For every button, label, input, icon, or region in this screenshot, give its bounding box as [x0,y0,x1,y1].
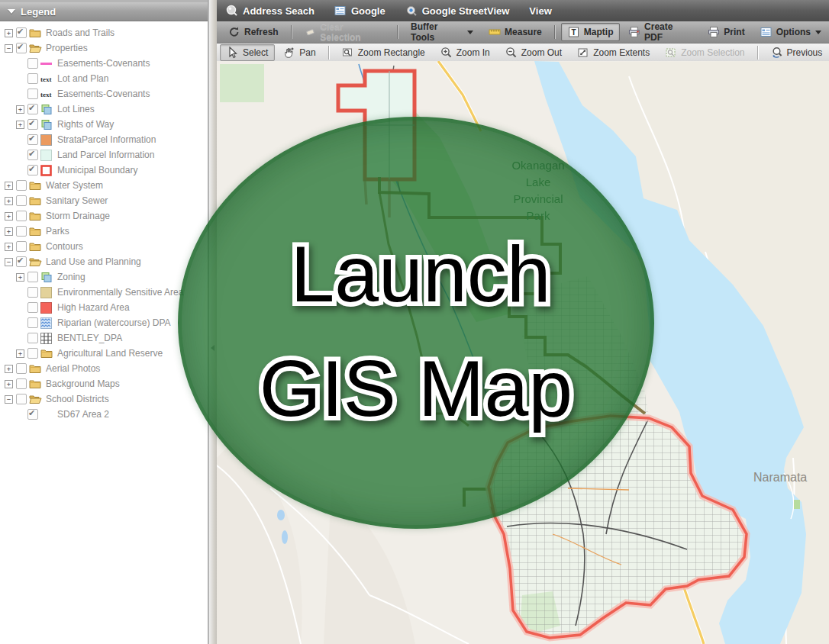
search-ball-icon [226,5,238,17]
layer-row-aerial-photos[interactable]: + Aerial Photos [0,361,208,376]
layer-row-water-system[interactable]: + Water System [0,178,208,193]
layer-label: Easements-Covenants [56,89,150,99]
expand-icon[interactable]: + [5,182,13,190]
zoom-rectangle-button[interactable]: Zoom Rectangle [335,44,432,61]
overlay-line1: Launch [290,230,550,318]
layer-group-icon [40,272,53,283]
layer-label: Background Maps [45,378,120,389]
layer-row-environmentally-sensitive-area[interactable]: Environmentally Sensitive Area [0,285,208,300]
layer-checkbox[interactable] [16,256,27,267]
cyan-swatch-icon [40,150,52,161]
layer-row-riparian-watercourse-dpa[interactable]: Riparian (watercourse) DPA [0,315,208,330]
layer-row-lot-lines[interactable]: + Lot Lines [0,101,208,117]
layer-checkbox[interactable] [27,409,38,420]
menu-google-streetview[interactable]: Google StreetView [401,3,514,18]
streetview-icon [405,5,418,17]
layer-row-easements-covenants[interactable]: text Easements-Covenants [0,86,208,101]
layer-checkbox[interactable] [27,333,38,343]
layer-row-municipal-boundary[interactable]: Municipal Boundary [0,163,208,178]
layer-checkbox[interactable] [16,226,27,237]
menu-google[interactable]: Google [330,3,390,18]
measure-button[interactable]: Measure [482,23,549,41]
expand-icon[interactable]: + [5,29,13,37]
expand-icon[interactable]: + [5,212,13,221]
layer-checkbox[interactable] [27,73,38,84]
collapse-icon[interactable]: − [5,395,13,404]
layer-checkbox[interactable] [27,348,38,359]
layer-row-sd67-area-2[interactable]: SD67 Area 2 [0,407,208,422]
layer-row-easements-covenants[interactable]: Easements-Covenants [0,56,208,71]
layer-checkbox[interactable] [16,195,27,206]
expand-icon[interactable]: + [5,227,13,236]
layer-label: Lot and Plan [56,73,108,84]
layer-row-land-use-and-planning[interactable]: − Land Use and Planning [0,254,208,269]
layer-checkbox[interactable] [16,363,27,374]
layer-checkbox[interactable] [16,394,27,404]
layer-row-agricultural-land-reserve[interactable]: + Agricultural Land Reserve [0,346,208,361]
layer-row-bentley-dpa[interactable]: BENTLEY_DPA [0,330,208,346]
layer-checkbox[interactable] [16,211,27,221]
expand-icon[interactable]: + [5,380,13,388]
layer-label: Environmentally Sensitive Area [56,287,183,298]
layer-row-contours[interactable]: + Contours [0,239,208,254]
layer-checkbox[interactable] [27,272,38,282]
expand-icon[interactable]: + [16,349,24,358]
layer-row-school-districts[interactable]: − School Districts [0,391,208,407]
zoom-in-button[interactable]: Zoom In [434,44,497,61]
buffer-tools-button[interactable]: Buffer Tools [404,21,480,43]
layer-row-parks[interactable]: + Parks [0,224,208,239]
layer-checkbox[interactable] [16,43,27,53]
printer-icon [708,26,720,38]
layer-checkbox[interactable] [27,119,38,130]
expand-icon[interactable]: + [16,105,24,114]
layer-row-lot-and-plan[interactable]: text Lot and Plan [0,71,208,86]
options-button[interactable]: Options [753,23,828,41]
layer-checkbox[interactable] [27,104,38,114]
refresh-button[interactable]: Refresh [221,23,285,41]
layer-row-properties[interactable]: − Properties [0,40,208,56]
layer-label: SD67 Area 2 [56,409,109,420]
overlay-line2: GIS Map [260,344,573,433]
layer-row-land-parcel-information[interactable]: Land Parcel Information [0,147,208,163]
layer-checkbox[interactable] [27,58,38,69]
layer-row-zoning[interactable]: + Zoning [0,269,208,285]
select-button[interactable]: Select [220,44,275,61]
layer-checkbox[interactable] [27,134,38,145]
previous-button[interactable]: Previous [764,44,829,61]
layer-row-sanitary-sewer[interactable]: + Sanitary Sewer [0,193,208,208]
layer-checkbox[interactable] [27,89,38,99]
legend-header[interactable]: Legend [0,0,208,21]
layer-checkbox[interactable] [27,287,38,298]
eraser-icon [305,26,317,38]
menu-address-seach[interactable]: Address Seach [221,3,319,18]
expand-icon[interactable]: + [5,365,13,373]
layer-checkbox[interactable] [27,150,38,160]
collapse-icon[interactable]: − [5,44,13,53]
zoom-out-button[interactable]: Zoom Out [498,44,569,61]
layer-row-roads-and-trails[interactable]: + Roads and Trails [0,25,208,40]
collapse-icon[interactable]: − [5,258,13,266]
layer-checkbox[interactable] [16,180,27,191]
create-pdf-button[interactable]: Create PDF [621,21,699,43]
expand-icon[interactable]: + [16,273,24,282]
layer-row-storm-drainage[interactable]: + Storm Drainage [0,208,208,224]
layer-row-background-maps[interactable]: + Background Maps [0,376,208,391]
zoom-extents-button[interactable]: Zoom Extents [570,44,656,61]
layer-checkbox[interactable] [16,27,27,38]
expand-icon[interactable]: + [5,243,13,251]
layer-label: Lot Lines [56,104,95,114]
menu-view[interactable]: View [524,4,556,18]
expand-icon[interactable]: + [16,121,24,129]
print-button[interactable]: Print [701,23,751,41]
pan-button[interactable]: Pan [276,44,322,61]
layer-row-strataparcel-information[interactable]: StrataParcel Information [0,132,208,147]
layer-row-high-hazard-area[interactable]: High Hazard Area [0,300,208,315]
layer-checkbox[interactable] [16,241,27,252]
layer-checkbox[interactable] [27,317,38,328]
layer-checkbox[interactable] [27,302,38,313]
layer-checkbox[interactable] [27,165,38,175]
layer-checkbox[interactable] [16,378,27,389]
layer-row-rights-of-way[interactable]: + Rights of Way [0,117,208,132]
expand-icon[interactable]: + [5,197,13,205]
maptip-button[interactable]: TMaptip [561,23,621,41]
